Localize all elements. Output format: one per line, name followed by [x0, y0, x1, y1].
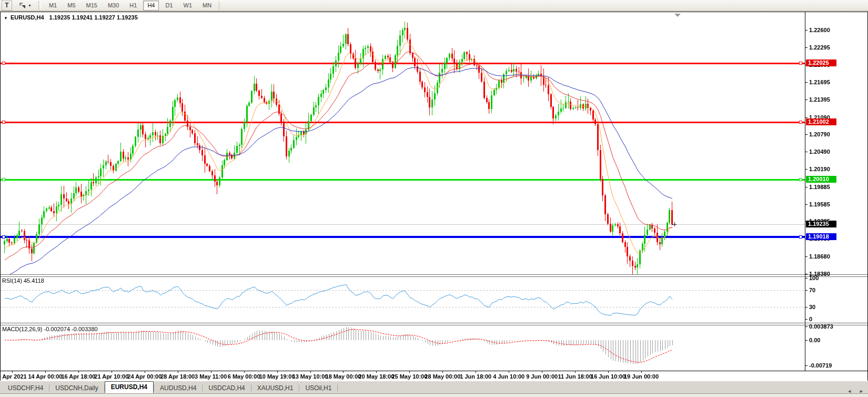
period-button-w1[interactable]: W1 [179, 1, 197, 11]
rsi-tick-label: 0 [809, 316, 812, 322]
time-tick-label: 16 Jun 10:00 [591, 373, 625, 380]
time-tick-label: 28 Apr 18:00 [160, 373, 195, 380]
chevron-down-icon: ▼ [28, 4, 32, 7]
macd-indicator-label: MACD(12,26,9) -0.002074 -0.003380 [2, 326, 98, 332]
chart-tab-usoil[interactable]: USOil,H1 [299, 383, 337, 393]
price-tick-label: 1.19885 [809, 184, 830, 190]
mt4-terminal: T ▼ M1M5M15M30H1H4D1W1MN ▼ EURUSD,H4 1.1… [0, 0, 868, 397]
time-tick-label: 20 May 18:00 [358, 373, 394, 380]
time-tick-label: 3 May 11:00 [195, 373, 227, 380]
timeframe-toolbar: T ▼ M1M5M15M30H1H4D1W1MN [0, 0, 868, 11]
rsi-indicator-label: RSI(14) 45.4118 [2, 277, 44, 284]
period-button-h1[interactable]: H1 [125, 1, 141, 11]
time-tick-label: 14 Apr 00:00 [28, 373, 62, 380]
toolbar-separator [219, 1, 219, 9]
price-tick-label: 1.22600 [809, 27, 830, 33]
time-tick-label: 1 Jun 18:00 [460, 373, 491, 380]
rsi-tick-label: 70 [809, 287, 815, 293]
toolbar-grip[interactable] [38, 1, 41, 9]
price-tag-resistance-line: 1.22025 [806, 59, 836, 66]
time-tick-label: 13 May 10:00 [292, 373, 328, 380]
tab-scroll-right-icon[interactable]: ► [859, 389, 864, 394]
time-tick-label: 9 Apr 2021 [0, 373, 27, 380]
price-tag-resistance-line: 1.21002 [806, 118, 836, 125]
text-tool-button[interactable]: T [2, 1, 12, 11]
macd-tick-label: -0.00719 [809, 362, 832, 369]
period-button-mn[interactable]: MN [198, 1, 216, 11]
time-tick-label: 24 Apr 00:00 [127, 373, 162, 380]
price-tag-support-line: 1.19018 [806, 233, 836, 240]
price-tag-support-line: 1.20010 [806, 176, 836, 183]
period-button-h4[interactable]: H4 [143, 1, 159, 11]
price-tick-label: 1.18680 [809, 253, 830, 260]
price-tick-label: 1.21395 [809, 96, 830, 103]
chart-symbol-period: EURUSD,H4 [11, 14, 44, 21]
time-tick-label: 21 Apr 10:00 [94, 373, 128, 380]
time-tick-label: 16 Apr 18:00 [61, 373, 95, 380]
pane-splitter-macd[interactable] [1, 322, 867, 325]
tab-scroll-left-icon[interactable]: ◄ [847, 389, 852, 394]
tab-separator [337, 384, 338, 391]
price-tick-label: 1.20790 [809, 131, 830, 137]
chart-tab-usdcnh[interactable]: USDCNH,Daily [49, 383, 104, 393]
chart-ohlc-values: 1.19235 1.19241 1.19227 1.19235 [49, 14, 138, 21]
chart-tab-audusd[interactable]: AUDUSD,H4 [154, 383, 202, 393]
time-tick-label: 6 May 00:00 [228, 373, 260, 380]
price-tick-label: 1.22295 [809, 44, 830, 51]
rsi-tick-label: 30 [809, 304, 815, 310]
price-tick-label: 1.21695 [809, 79, 830, 85]
period-button-m15[interactable]: M15 [82, 1, 102, 11]
time-tick-label: 4 Jun 10:00 [493, 373, 524, 380]
period-button-m30[interactable]: M30 [104, 1, 123, 11]
chart-tab-usdcad[interactable]: USDCAD,H4 [203, 383, 250, 393]
price-tick-label: 1.19585 [809, 201, 830, 207]
period-button-d1[interactable]: D1 [161, 1, 177, 11]
time-tick-label: 9 Jun 00:00 [526, 373, 558, 380]
period-button-m5[interactable]: M5 [63, 1, 79, 11]
macd-tick-label: 0.00 [809, 337, 820, 343]
price-tag-current-price-line: 1.19235 [806, 221, 836, 227]
tab-scroll-buttons: ◄ ► [847, 389, 864, 394]
status-strip [0, 393, 868, 397]
chart-window: ▼ EURUSD,H4 1.19235 1.19241 1.19227 1.19… [0, 12, 868, 381]
period-button-m1[interactable]: M1 [45, 1, 61, 11]
chart-tab-xauusd[interactable]: XAUUSD,H1 [251, 383, 299, 393]
chart-title: ▼ EURUSD,H4 1.19235 1.19241 1.19227 1.19… [4, 14, 138, 21]
period-button-group: M1M5M15M30H1H4D1W1MN [45, 1, 216, 11]
arrows-icon [18, 2, 26, 9]
chart-tab-eurusd[interactable]: EURUSD,H4 [105, 381, 154, 393]
chart-tab-usdchf[interactable]: USDCHF,H4 [2, 383, 49, 393]
time-tick-label: 28 May 00:00 [425, 373, 460, 380]
price-tick-label: 1.20490 [809, 148, 830, 155]
chart-context-arrow-icon[interactable]: ▼ [4, 16, 8, 21]
time-tick-label: 10 May 19:00 [259, 373, 295, 380]
chart-tab-bar: USDCHF,H4USDCNH,DailyEURUSD,H4AUDUSD,H4U… [0, 381, 868, 393]
time-tick-label: 11 Jun 18:00 [558, 373, 592, 380]
time-tick-label: 19 Jun 00:00 [624, 373, 659, 380]
time-tick-label: 25 May 10:00 [391, 373, 427, 380]
price-tick-label: 1.20190 [809, 166, 830, 172]
pane-splitter-rsi[interactable] [1, 274, 867, 276]
time-tick-label: 18 May 00:00 [326, 373, 361, 380]
arrows-tool-button[interactable]: ▼ [15, 1, 35, 11]
price-chart-canvas[interactable] [1, 12, 867, 381]
